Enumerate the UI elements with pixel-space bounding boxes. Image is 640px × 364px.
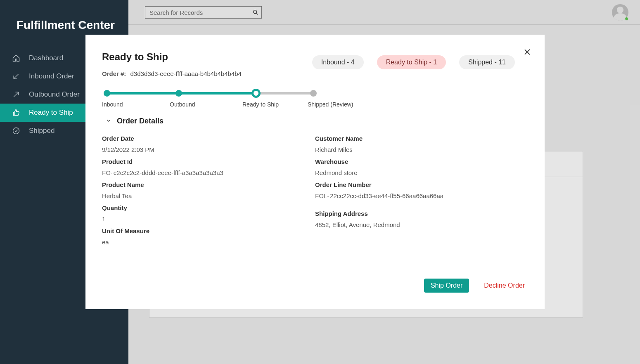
decline-order-button[interactable]: Decline Order [484,282,525,289]
step-dot-shipped [310,90,317,97]
sidebar-item-label: Outbound Order [29,90,80,99]
details-left-col: Order Date 9/12/2022 2:03 PM Product Id … [102,135,315,251]
svg-point-0 [13,128,19,134]
step-dot-inbound [104,90,110,97]
step-dot-outbound [175,90,182,97]
step-label-outbound: Outbound [170,101,195,108]
quantity-value: 1 [102,215,315,222]
modal-actions: Ship Order Decline Order [424,279,525,293]
customer-name-value: Richard Miles [315,146,528,153]
arrow-down-left-icon [12,72,21,81]
pill-shipped[interactable]: Shipped - 11 [459,55,515,69]
step-label-ready: Ready to Ship [242,101,279,108]
details-right-col: Customer Name Richard Miles Warehouse Re… [315,135,528,251]
ship-order-button[interactable]: Ship Order [424,279,469,293]
order-number: Order #: d3d3d3d3-eeee-ffff-aaaa-b4b4b4b… [102,70,528,77]
section-title: Order Details [117,117,164,125]
product-id-guid: c2c2c2c2-dddd-eeee-ffff-a3a3a3a3a3a3 [114,169,223,176]
warehouse-label: Warehouse [315,158,528,165]
order-date-value: 9/12/2022 2:03 PM [102,146,315,153]
shipping-address-value: 4852, Elliot, Avenue, Redmond [315,221,528,228]
order-detail-modal: Ready to Ship Order #: d3d3d3d3-eeee-fff… [85,35,545,309]
check-circle-icon [12,126,21,135]
step-label-inbound: Inbound [102,101,123,108]
customer-name-label: Customer Name [315,135,528,142]
pill-inbound[interactable]: Inbound - 4 [312,55,364,69]
quantity-label: Quantity [102,204,315,211]
product-name-value: Herbal Tea [102,192,315,199]
product-id-value: FO-c2c2c2c2-dddd-eeee-ffff-a3a3a3a3a3a3 [102,169,315,176]
arrow-up-right-icon [12,90,21,99]
order-date-label: Order Date [102,135,315,142]
order-line-value: FOL-22cc22cc-dd33-ee44-ff55-66aa66aa66aa [315,192,528,199]
sidebar-item-label: Shipped [29,127,55,135]
chevron-down-icon [105,117,112,125]
app-title: Fulfillment Center [0,0,128,32]
order-line-prefix: FOL- [315,192,329,199]
close-icon[interactable] [522,48,532,58]
order-line-guid: 22cc22cc-dd33-ee44-ff55-66aa66aa66aa [330,192,443,199]
product-id-prefix: FO- [102,169,113,176]
sidebar-item-label: Ready to Ship [29,109,73,117]
sidebar-item-label: Dashboard [29,54,63,62]
step-label-shipped: Shipped (Review) [308,101,353,108]
product-id-label: Product Id [102,158,315,165]
shipping-address-label: Shipping Address [315,210,528,217]
status-pills: Inbound - 4 Ready to Ship - 1 Shipped - … [312,55,515,69]
order-number-value: d3d3d3d3-eeee-ffff-aaaa-b4b4b4b4b4b4 [130,70,242,77]
thumbs-up-icon [12,108,21,117]
progress-stepper: Inbound Outbound Ready to Ship Shipped (… [102,89,325,109]
warehouse-value: Redmond store [315,169,528,176]
uom-value: ea [102,239,315,246]
sidebar-item-label: Inbound Order [29,72,74,80]
order-details-header[interactable]: Order Details [102,117,528,129]
order-number-label: Order #: [102,70,126,77]
pill-ready-to-ship[interactable]: Ready to Ship - 1 [377,55,446,69]
product-name-label: Product Name [102,181,315,188]
home-icon [12,54,21,63]
uom-label: Unit Of Measure [102,227,315,234]
step-dot-ready [251,89,261,98]
order-details-grid: Order Date 9/12/2022 2:03 PM Product Id … [102,135,528,251]
order-line-label: Order Line Number [315,181,528,188]
